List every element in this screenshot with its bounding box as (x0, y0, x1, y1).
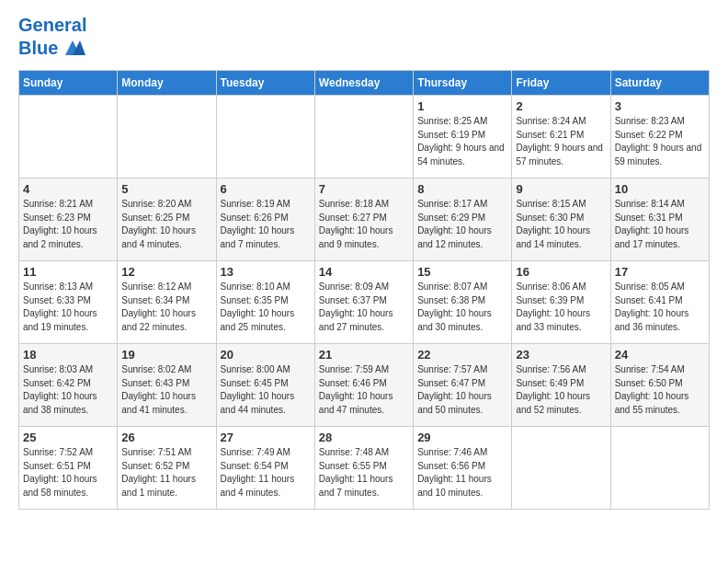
calendar-cell: 28Sunrise: 7:48 AMSunset: 6:55 PMDayligh… (314, 427, 413, 510)
calendar-body: 1Sunrise: 8:25 AMSunset: 6:19 PMDaylight… (19, 96, 710, 510)
day-number: 23 (516, 348, 606, 362)
calendar-week-5: 25Sunrise: 7:52 AMSunset: 6:51 PMDayligh… (19, 427, 710, 510)
calendar-cell: 29Sunrise: 7:46 AMSunset: 6:56 PMDayligh… (414, 427, 512, 510)
logo: General Blue (18, 15, 86, 61)
day-info: Sunrise: 8:00 AMSunset: 6:45 PMDaylight:… (221, 363, 311, 417)
calendar-cell: 14Sunrise: 8:09 AMSunset: 6:37 PMDayligh… (314, 261, 413, 344)
day-number: 5 (121, 182, 211, 196)
day-info: Sunrise: 8:17 AMSunset: 6:29 PMDaylight:… (417, 198, 507, 251)
calendar-cell: 5Sunrise: 8:20 AMSunset: 6:25 PMDaylight… (118, 178, 216, 261)
calendar-cell: 8Sunrise: 8:17 AMSunset: 6:29 PMDaylight… (414, 178, 512, 261)
day-number: 9 (516, 182, 606, 196)
logo-icon (60, 35, 85, 61)
calendar-cell (216, 96, 314, 178)
day-info: Sunrise: 7:56 AMSunset: 6:49 PMDaylight:… (516, 363, 606, 417)
logo-text: General (18, 15, 86, 35)
day-info: Sunrise: 8:25 AMSunset: 6:19 PMDaylight:… (417, 115, 507, 168)
calendar-cell: 17Sunrise: 8:05 AMSunset: 6:41 PMDayligh… (610, 261, 709, 344)
day-number: 28 (319, 431, 409, 444)
calendar-cell: 10Sunrise: 8:14 AMSunset: 6:31 PMDayligh… (610, 178, 709, 261)
calendar-cell: 23Sunrise: 7:56 AMSunset: 6:49 PMDayligh… (512, 344, 610, 427)
day-info: Sunrise: 8:21 AMSunset: 6:23 PMDaylight:… (23, 198, 113, 251)
day-info: Sunrise: 8:03 AMSunset: 6:42 PMDaylight:… (23, 363, 113, 417)
calendar-week-2: 4Sunrise: 8:21 AMSunset: 6:23 PMDaylight… (19, 178, 710, 261)
page-header: General Blue (18, 15, 710, 61)
day-number: 20 (221, 348, 311, 362)
header-day-thursday: Thursday (414, 71, 512, 96)
day-number: 4 (23, 182, 113, 196)
day-number: 14 (319, 265, 409, 279)
day-info: Sunrise: 8:15 AMSunset: 6:30 PMDaylight:… (516, 198, 606, 251)
day-number: 6 (221, 182, 311, 196)
header-day-monday: Monday (118, 71, 216, 96)
day-number: 29 (417, 431, 507, 444)
day-info: Sunrise: 8:07 AMSunset: 6:38 PMDaylight:… (417, 281, 507, 334)
calendar-cell: 2Sunrise: 8:24 AMSunset: 6:21 PMDaylight… (512, 96, 610, 178)
calendar-cell (19, 96, 118, 178)
header-day-saturday: Saturday (610, 71, 709, 96)
day-number: 24 (615, 348, 705, 362)
day-info: Sunrise: 7:51 AMSunset: 6:52 PMDaylight:… (121, 446, 211, 500)
calendar-cell: 16Sunrise: 8:06 AMSunset: 6:39 PMDayligh… (512, 261, 610, 344)
calendar-cell: 6Sunrise: 8:19 AMSunset: 6:26 PMDaylight… (216, 178, 314, 261)
header-day-tuesday: Tuesday (216, 71, 314, 96)
day-info: Sunrise: 8:20 AMSunset: 6:25 PMDaylight:… (121, 198, 211, 251)
calendar-cell: 18Sunrise: 8:03 AMSunset: 6:42 PMDayligh… (19, 344, 118, 427)
day-info: Sunrise: 8:14 AMSunset: 6:31 PMDaylight:… (615, 198, 705, 251)
day-number: 11 (23, 265, 113, 279)
day-number: 3 (615, 99, 705, 113)
day-info: Sunrise: 7:54 AMSunset: 6:50 PMDaylight:… (615, 363, 705, 417)
day-info: Sunrise: 7:48 AMSunset: 6:55 PMDaylight:… (319, 446, 409, 500)
day-info: Sunrise: 8:09 AMSunset: 6:37 PMDaylight:… (319, 281, 409, 334)
header-day-sunday: Sunday (19, 71, 118, 96)
calendar-cell: 7Sunrise: 8:18 AMSunset: 6:27 PMDaylight… (314, 178, 413, 261)
day-number: 12 (121, 265, 211, 279)
day-info: Sunrise: 8:10 AMSunset: 6:35 PMDaylight:… (221, 281, 311, 334)
day-number: 2 (516, 99, 606, 113)
day-number: 21 (319, 348, 409, 362)
calendar-cell: 13Sunrise: 8:10 AMSunset: 6:35 PMDayligh… (216, 261, 314, 344)
day-number: 16 (516, 265, 606, 279)
calendar-cell: 20Sunrise: 8:00 AMSunset: 6:45 PMDayligh… (216, 344, 314, 427)
calendar-cell: 12Sunrise: 8:12 AMSunset: 6:34 PMDayligh… (118, 261, 216, 344)
day-info: Sunrise: 8:19 AMSunset: 6:26 PMDaylight:… (221, 198, 311, 251)
day-number: 10 (615, 182, 705, 196)
day-number: 22 (417, 348, 507, 362)
calendar-table: SundayMondayTuesdayWednesdayThursdayFrid… (18, 70, 710, 510)
day-info: Sunrise: 8:02 AMSunset: 6:43 PMDaylight:… (121, 363, 211, 417)
day-number: 1 (417, 99, 507, 113)
day-info: Sunrise: 8:06 AMSunset: 6:39 PMDaylight:… (516, 281, 606, 334)
day-number: 15 (417, 265, 507, 279)
calendar-cell: 15Sunrise: 8:07 AMSunset: 6:38 PMDayligh… (414, 261, 512, 344)
calendar-cell (610, 427, 709, 510)
day-info: Sunrise: 8:23 AMSunset: 6:22 PMDaylight:… (615, 115, 705, 168)
day-info: Sunrise: 7:57 AMSunset: 6:47 PMDaylight:… (417, 363, 507, 417)
header-day-wednesday: Wednesday (314, 71, 413, 96)
day-info: Sunrise: 8:05 AMSunset: 6:41 PMDaylight:… (615, 281, 705, 334)
day-number: 13 (221, 265, 311, 279)
calendar-header: SundayMondayTuesdayWednesdayThursdayFrid… (19, 71, 710, 96)
calendar-cell: 25Sunrise: 7:52 AMSunset: 6:51 PMDayligh… (19, 427, 118, 510)
day-number: 26 (121, 431, 211, 444)
day-info: Sunrise: 8:13 AMSunset: 6:33 PMDaylight:… (23, 281, 113, 334)
calendar-cell: 27Sunrise: 7:49 AMSunset: 6:54 PMDayligh… (216, 427, 314, 510)
day-number: 18 (23, 348, 113, 362)
calendar-cell: 9Sunrise: 8:15 AMSunset: 6:30 PMDaylight… (512, 178, 610, 261)
calendar-cell (118, 96, 216, 178)
calendar-cell: 22Sunrise: 7:57 AMSunset: 6:47 PMDayligh… (414, 344, 512, 427)
day-number: 27 (221, 431, 311, 444)
calendar-cell: 24Sunrise: 7:54 AMSunset: 6:50 PMDayligh… (610, 344, 709, 427)
day-info: Sunrise: 7:52 AMSunset: 6:51 PMDaylight:… (23, 446, 113, 500)
calendar-cell: 21Sunrise: 7:59 AMSunset: 6:46 PMDayligh… (314, 344, 413, 427)
logo-text2: Blue (18, 38, 58, 58)
day-info: Sunrise: 8:18 AMSunset: 6:27 PMDaylight:… (319, 198, 409, 251)
calendar-cell (314, 96, 413, 178)
day-number: 19 (121, 348, 211, 362)
day-info: Sunrise: 8:24 AMSunset: 6:21 PMDaylight:… (516, 115, 606, 168)
calendar-week-3: 11Sunrise: 8:13 AMSunset: 6:33 PMDayligh… (19, 261, 710, 344)
calendar-week-1: 1Sunrise: 8:25 AMSunset: 6:19 PMDaylight… (19, 96, 710, 178)
calendar-cell: 19Sunrise: 8:02 AMSunset: 6:43 PMDayligh… (118, 344, 216, 427)
day-number: 25 (23, 431, 113, 444)
day-info: Sunrise: 7:49 AMSunset: 6:54 PMDaylight:… (221, 446, 311, 500)
header-day-friday: Friday (512, 71, 610, 96)
